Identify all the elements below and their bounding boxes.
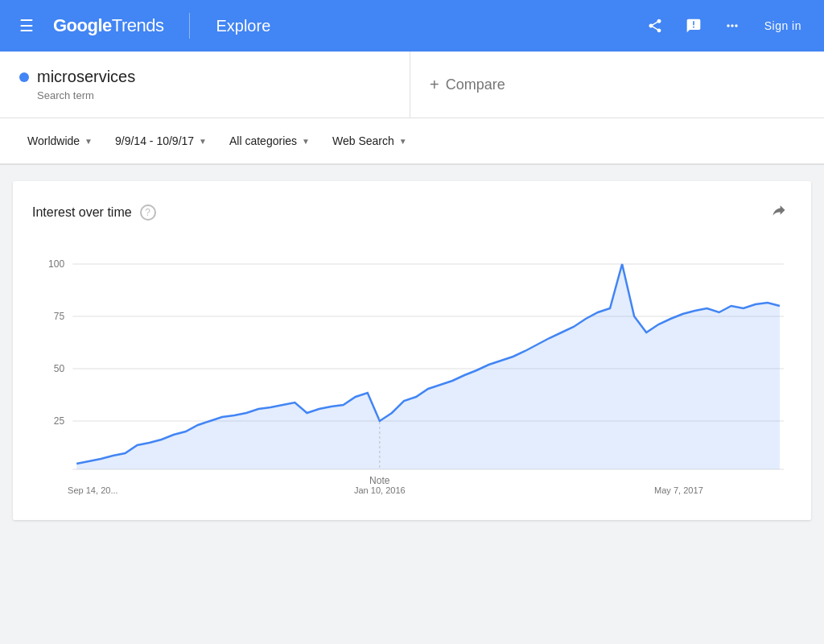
app-header: ☰ Google Trends Explore Sign in — [0, 0, 824, 52]
chart-container: 100 75 50 25 Note Sep 14, 20... Jan 10, … — [13, 240, 811, 520]
apps-button[interactable] — [716, 10, 748, 42]
date-filter-arrow: ▼ — [199, 137, 207, 146]
date-filter-label: 9/9/14 - 10/9/17 — [115, 134, 194, 147]
location-filter[interactable]: Worldwide ▼ — [19, 130, 101, 152]
svg-text:75: 75 — [54, 311, 65, 322]
filters-bar: Worldwide ▼ 9/9/14 - 10/9/17 ▼ All categ… — [0, 118, 824, 165]
interest-chart: 100 75 50 25 Note Sep 14, 20... Jan 10, … — [32, 240, 792, 497]
location-filter-label: Worldwide — [27, 134, 80, 147]
categories-filter-label: All categories — [229, 134, 297, 147]
svg-text:100: 100 — [48, 258, 64, 270]
svg-text:Note: Note — [369, 475, 390, 486]
compare-box[interactable]: + Compare — [410, 52, 824, 118]
help-icon[interactable]: ? — [140, 204, 156, 221]
categories-filter-arrow: ▼ — [302, 137, 310, 146]
search-area: microservices Search term + Compare — [0, 52, 824, 118]
compare-label: Compare — [446, 76, 505, 93]
term-dot — [19, 72, 29, 82]
svg-text:50: 50 — [54, 363, 65, 374]
app-logo: Google Trends — [53, 15, 163, 36]
chart-title-area: Interest over time ? — [32, 204, 156, 221]
search-term-text: microservices — [37, 68, 135, 86]
header-divider — [189, 13, 190, 39]
svg-text:Jan 10, 2016: Jan 10, 2016 — [354, 485, 406, 495]
chart-share-button[interactable] — [766, 197, 792, 227]
help-icon-text: ? — [145, 207, 150, 218]
header-actions: Sign in — [639, 10, 811, 42]
svg-text:Sep 14, 20...: Sep 14, 20... — [68, 485, 118, 495]
feedback-button[interactable] — [678, 10, 710, 42]
menu-icon[interactable]: ☰ — [13, 10, 40, 42]
search-term-label: microservices — [19, 68, 390, 86]
location-filter-arrow: ▼ — [84, 137, 93, 146]
search-type-filter-arrow: ▼ — [399, 137, 407, 146]
term-type-label: Search term — [37, 89, 390, 101]
logo-google-text: Google — [53, 15, 112, 36]
categories-filter[interactable]: All categories ▼ — [221, 130, 318, 152]
search-type-filter[interactable]: Web Search ▼ — [324, 130, 415, 152]
interest-over-time-card: Interest over time ? 100 — [13, 181, 811, 520]
date-filter[interactable]: 9/9/14 - 10/9/17 ▼ — [107, 130, 215, 152]
compare-plus-icon: + — [430, 76, 439, 94]
search-term-box: microservices Search term — [0, 52, 410, 118]
page-title: Explore — [216, 17, 270, 35]
search-type-filter-label: Web Search — [332, 134, 394, 147]
main-content: Interest over time ? 100 — [0, 165, 824, 536]
chart-header: Interest over time ? — [13, 181, 811, 240]
chart-title: Interest over time — [32, 205, 132, 220]
sign-in-button[interactable]: Sign in — [755, 13, 811, 39]
svg-text:May 7, 2017: May 7, 2017 — [654, 485, 703, 495]
svg-marker-9 — [76, 264, 780, 469]
logo-trends-text: Trends — [112, 15, 164, 36]
share-button[interactable] — [639, 10, 671, 42]
svg-text:25: 25 — [54, 415, 65, 427]
